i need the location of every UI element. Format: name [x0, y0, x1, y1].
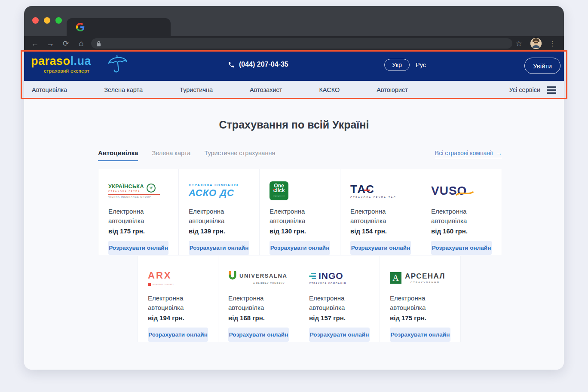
- close-window-icon[interactable]: [32, 17, 39, 24]
- calculate-button[interactable]: Розрахувати онлайн: [189, 241, 249, 255]
- asko-subtitle: СТРАХОВА КОМПАНІЯ: [189, 183, 239, 187]
- product-name: Електронна автоцивілка: [270, 207, 318, 226]
- nav-item-avtoyuryst[interactable]: Автоюрист: [377, 86, 408, 93]
- company-card-asko: СТРАХОВА КОМПАНІЯ АСКО ДС Електронна авт…: [179, 169, 260, 255]
- price: від 130 грн.: [270, 227, 330, 235]
- asko-logo: СТРАХОВА КОМПАНІЯ АСКО ДС: [189, 178, 249, 203]
- logo-tagline: страховий експерт: [44, 68, 91, 74]
- asko-wordmark: АСКО ДС: [189, 187, 239, 199]
- price: від 154 грн.: [350, 227, 411, 235]
- google-favicon-icon: [76, 23, 85, 31]
- usg-subtitle: СТРАХОВА ГРУПА: [108, 190, 144, 193]
- company-card-tas: ТАС СТРАХОВА ГРУПА ТАС Електронна автоци…: [340, 169, 421, 255]
- calculate-button[interactable]: Розрахувати онлайн: [350, 241, 411, 255]
- bookmark-star-icon[interactable]: [513, 36, 524, 51]
- arsenal-subtitle: СТРАХУВАННЯ: [405, 281, 445, 284]
- company-card-oneclick: One click страхування Електронна автоцив…: [260, 169, 340, 255]
- lang-ukr-button[interactable]: Укр: [384, 59, 410, 71]
- site-logo[interactable]: parasol.ua страховий експерт: [31, 55, 91, 74]
- usg-wordmark: УКРАЇНСЬКА: [108, 184, 144, 190]
- arx-wordmark: ARX: [148, 270, 174, 281]
- calculate-button[interactable]: Розрахувати онлайн: [431, 241, 492, 255]
- maximize-window-icon[interactable]: [55, 17, 62, 24]
- phone-link[interactable]: (044) 207-04-35: [228, 61, 288, 68]
- oneclick-line3: страхування: [273, 194, 285, 199]
- person-icon: [530, 38, 542, 49]
- login-button[interactable]: Увійти: [524, 58, 560, 74]
- all-companies-link[interactable]: Всі страхові компанії →: [435, 150, 502, 158]
- universalna-subtitle: A FAIRFAX COMPANY: [253, 282, 288, 285]
- page-content: Страхування по всій Україні Автоцивілка …: [24, 99, 564, 370]
- calculate-button[interactable]: Розрахувати онлайн: [309, 328, 370, 342]
- product-name: Електронна автоцивілка: [228, 294, 276, 312]
- nav-item-turystychna[interactable]: Туристична: [180, 86, 213, 93]
- product-name: Електронна автоцивілка: [108, 207, 156, 226]
- lang-toggle: Укр Рус: [384, 59, 426, 71]
- arrow-right-icon: →: [496, 150, 502, 156]
- back-icon[interactable]: [29, 36, 40, 51]
- company-card-arsenal: А АРСЕНАЛ СТРАХУВАННЯ Електронна автоцив…: [380, 256, 461, 342]
- calculate-button[interactable]: Розрахувати онлайн: [148, 328, 208, 342]
- all-companies-label: Всі страхові компанії: [435, 150, 493, 156]
- lang-rus-button[interactable]: Рус: [416, 61, 426, 68]
- all-services-link[interactable]: Усі сервіси: [509, 86, 540, 93]
- price: від 175 грн.: [390, 314, 450, 322]
- nav-item-zelena-karta[interactable]: Зелена карта: [104, 86, 143, 93]
- company-card-usg: УКРАЇНСЬКА СТРАХОВА ГРУПА VIENNA INSURAN…: [98, 169, 179, 255]
- umbrella-icon: [105, 51, 130, 75]
- nav-item-kasko[interactable]: КАСКО: [319, 86, 340, 93]
- price: від 139 грн.: [189, 227, 249, 235]
- screenshot-canvas: { "browser": { "traffic_lights": ["close…: [0, 0, 588, 392]
- browser-tab[interactable]: [67, 18, 171, 36]
- lock-icon: [96, 41, 101, 46]
- arx-square-icon: [148, 283, 151, 286]
- nav-item-avtozahyst[interactable]: Автозахист: [250, 86, 282, 93]
- page-title: Страхування по всій Україні: [24, 99, 564, 131]
- product-tabs: Автоцивілка Зелена карта Туристичне стра…: [98, 149, 502, 161]
- company-card-vuso: VUSO Електронна автоцивілка від 160 грн.…: [421, 169, 502, 255]
- reload-icon[interactable]: [60, 36, 71, 51]
- company-card-arx: ARX A FAIRFAX COMPANY Електронна автоцив…: [138, 256, 218, 342]
- product-name: Електронна автоцивілка: [350, 207, 398, 226]
- calculate-button[interactable]: Розрахувати онлайн: [108, 241, 168, 255]
- ingo-logo: INGO СТРАХОВА КОМПАНІЯ: [309, 265, 370, 290]
- product-name: Електронна автоцивілка: [431, 207, 479, 226]
- ingo-stripes-icon: [309, 273, 316, 279]
- forward-icon[interactable]: [45, 36, 56, 51]
- product-name: Електронна автоцивілка: [309, 294, 357, 312]
- home-icon[interactable]: [76, 36, 87, 51]
- nav-item-autocivilka[interactable]: Автоцивілка: [32, 86, 67, 93]
- companies-row-1: УКРАЇНСЬКА СТРАХОВА ГРУПА VIENNA INSURAN…: [98, 169, 502, 255]
- arsenal-logo: А АРСЕНАЛ СТРАХУВАННЯ: [390, 265, 450, 290]
- oneclick-dot-icon: [273, 189, 275, 190]
- arx-logo: ARX A FAIRFAX COMPANY: [148, 265, 208, 290]
- tab-zelena-karta[interactable]: Зелена карта: [152, 150, 190, 160]
- arx-subtitle: A FAIRFAX COMPANY: [153, 283, 174, 285]
- usg-divider: [108, 194, 160, 195]
- usg-logo: УКРАЇНСЬКА СТРАХОВА ГРУПА VIENNA INSURAN…: [108, 178, 168, 203]
- price: від 168 грн.: [228, 314, 289, 322]
- price: від 160 грн.: [431, 227, 492, 235]
- logo-wordmark: parasol.ua: [31, 55, 91, 67]
- tas-wordmark: ТАС: [350, 184, 396, 195]
- calculate-button[interactable]: Розрахувати онлайн: [390, 328, 450, 342]
- minimize-window-icon[interactable]: [44, 17, 50, 24]
- profile-avatar[interactable]: [530, 38, 542, 49]
- product-name: Електронна автоцивілка: [189, 207, 237, 226]
- company-card-ingo: INGO СТРАХОВА КОМПАНІЯ Електронна автоци…: [299, 256, 380, 342]
- browser-menu-icon[interactable]: [547, 36, 558, 51]
- hamburger-menu-icon[interactable]: [547, 86, 556, 94]
- product-name: Електронна автоцивілка: [148, 294, 196, 312]
- oneclick-badge: One click страхування: [270, 181, 288, 200]
- tab-turystychne[interactable]: Туристичне страхування: [204, 150, 275, 160]
- calculate-button[interactable]: Розрахувати онлайн: [228, 328, 289, 342]
- usg-group-label: VIENNA INSURANCE GROUP: [108, 196, 160, 198]
- ingo-wordmark: INGO: [318, 271, 343, 281]
- arsenal-a-mark: А: [390, 272, 401, 284]
- price: від 194 грн.: [148, 314, 208, 322]
- site-header: parasol.ua страховий експерт (044) 207-0…: [24, 51, 564, 81]
- address-bar[interactable]: [91, 38, 512, 49]
- logo-part-blue: l.ua: [70, 55, 92, 67]
- tab-autocivilka[interactable]: Автоцивілка: [98, 149, 138, 161]
- calculate-button[interactable]: Розрахувати онлайн: [270, 241, 330, 255]
